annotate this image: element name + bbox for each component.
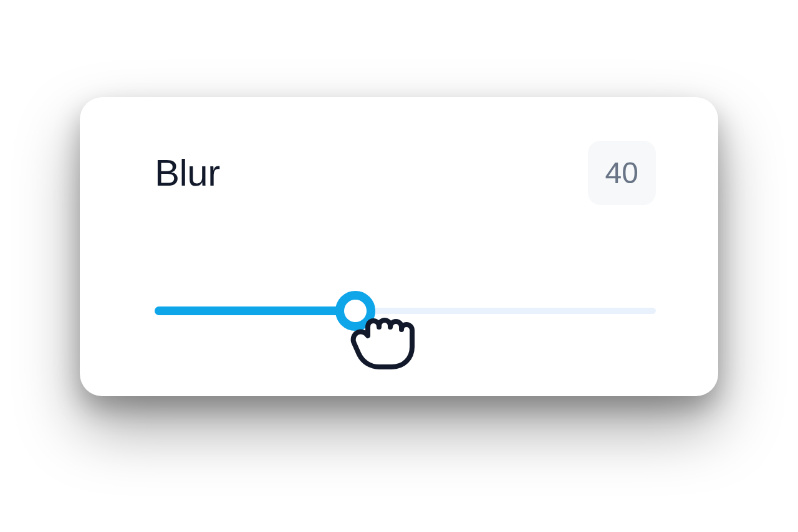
slider-value-badge[interactable]: 40: [588, 141, 656, 205]
slider-header-row: Blur 40: [155, 141, 656, 205]
blur-slider[interactable]: [155, 292, 656, 330]
blur-slider-card: Blur 40: [80, 97, 718, 396]
slider-handle[interactable]: [335, 291, 375, 331]
slider-track-fill: [155, 306, 355, 315]
slider-label: Blur: [155, 151, 220, 194]
